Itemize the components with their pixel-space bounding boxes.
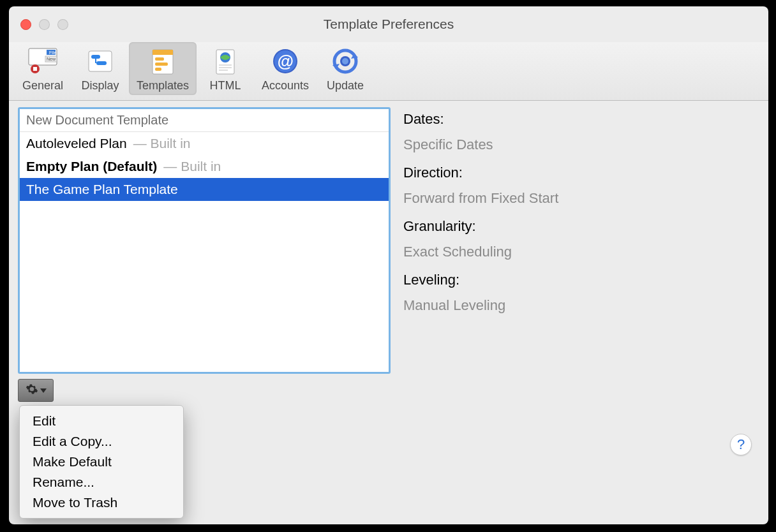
svg-rect-15 (155, 68, 161, 71)
svg-point-28 (342, 58, 348, 64)
svg-rect-8 (91, 55, 100, 59)
menu-item-move-to-trash[interactable]: Move to Trash (20, 492, 183, 513)
toolbar-item-label: Update (327, 79, 364, 92)
granularity-value: Exact Scheduling (403, 244, 759, 260)
leveling-value: Manual Leveling (403, 297, 759, 314)
direction-label: Direction: (403, 165, 759, 181)
list-item-name: The Game Plan Template (26, 182, 178, 197)
help-icon: ? (737, 436, 745, 453)
svg-text:@: @ (277, 52, 293, 71)
direction-value: Forward from Fixed Start (403, 190, 759, 207)
menu-item-edit[interactable]: Edit (20, 411, 183, 431)
toolbar: File New General Display (9, 42, 768, 101)
list-item[interactable]: Empty Plan (Default) — Built in (20, 155, 389, 178)
actions-context-menu: Edit Edit a Copy... Make Default Rename.… (19, 405, 184, 519)
menu-item-rename[interactable]: Rename... (20, 472, 183, 492)
granularity-label: Granularity: (403, 218, 759, 235)
list-item[interactable]: Autoleveled Plan — Built in (20, 132, 389, 155)
toolbar-item-label: HTML (210, 79, 241, 92)
templates-icon (147, 46, 178, 77)
leveling-label: Leveling: (403, 272, 759, 288)
menu-item-make-default[interactable]: Make Default (20, 452, 183, 472)
zoom-button[interactable] (57, 19, 68, 30)
list-header: New Document Template (20, 109, 389, 132)
list-item-suffix: — Built in (163, 159, 221, 174)
display-icon (85, 46, 116, 77)
svg-rect-13 (155, 57, 164, 61)
svg-rect-9 (96, 61, 107, 65)
toolbar-item-html[interactable]: HTML (197, 42, 254, 95)
list-item-name: Autoleveled Plan (26, 136, 127, 151)
help-button[interactable]: ? (730, 434, 752, 455)
window-title: Template Preferences (9, 17, 768, 32)
template-list[interactable]: New Document Template Autoleveled Plan —… (18, 107, 391, 374)
svg-marker-29 (40, 388, 47, 393)
minimize-button[interactable] (39, 19, 50, 30)
toolbar-item-label: Templates (137, 79, 189, 92)
toolbar-item-display[interactable]: Display (71, 42, 129, 95)
svg-text:New: New (47, 57, 56, 61)
toolbar-item-templates[interactable]: Templates (129, 42, 197, 95)
svg-text:File: File (49, 50, 56, 55)
toolbar-item-accounts[interactable]: @ Accounts (254, 42, 317, 95)
list-item-suffix: — Built in (133, 136, 191, 151)
dates-label: Dates: (403, 111, 759, 128)
list-item-name: Empty Plan (Default) (26, 159, 157, 174)
svg-rect-14 (155, 63, 168, 66)
gear-icon (26, 383, 38, 398)
list-item[interactable]: The Game Plan Template (20, 178, 389, 201)
content-area: New Document Template Autoleveled Plan —… (9, 101, 768, 457)
template-details: Dates: Specific Dates Direction: Forward… (391, 107, 759, 450)
update-icon (330, 46, 361, 77)
close-button[interactable] (20, 19, 31, 30)
html-icon (210, 46, 241, 77)
toolbar-item-label: Accounts (262, 79, 309, 92)
general-icon: File New (27, 46, 58, 77)
toolbar-item-general[interactable]: File New General (14, 42, 71, 95)
chevron-down-icon (40, 385, 47, 396)
toolbar-item-label: General (22, 79, 63, 92)
menu-item-edit-copy[interactable]: Edit a Copy... (20, 431, 183, 452)
toolbar-item-label: Display (81, 79, 119, 92)
traffic-lights (20, 19, 68, 30)
preferences-window: Template Preferences File New General (9, 6, 768, 524)
svg-rect-12 (153, 50, 173, 55)
actions-gear-button[interactable] (18, 379, 54, 402)
titlebar: Template Preferences (9, 6, 768, 42)
dates-value: Specific Dates (403, 137, 759, 153)
accounts-icon: @ (270, 46, 301, 77)
svg-rect-6 (33, 67, 37, 71)
toolbar-item-update[interactable]: Update (317, 42, 374, 95)
